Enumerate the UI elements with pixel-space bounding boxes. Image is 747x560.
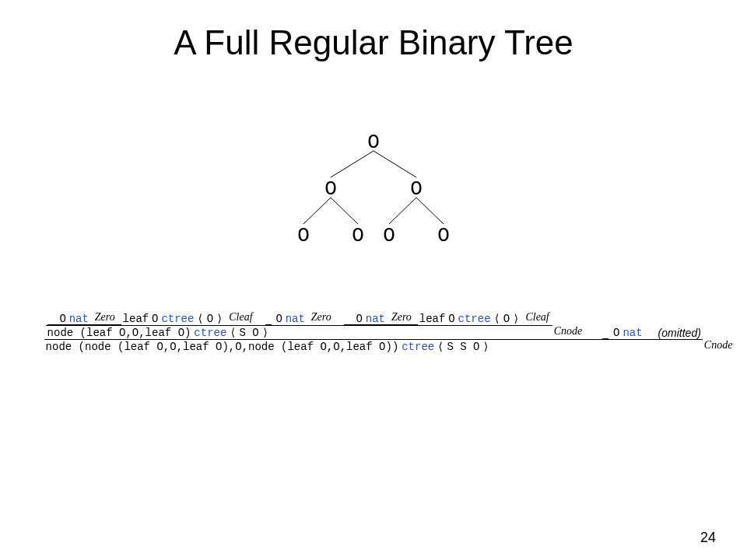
rule-zero: Zero xyxy=(95,311,115,324)
kw-nat: nat xyxy=(69,313,89,325)
svg-line-0 xyxy=(331,151,374,177)
tree-node-ll: O xyxy=(296,224,311,247)
tree-node-rl: O xyxy=(381,224,397,247)
derivation-tree: O nat Zero xyxy=(78,311,700,353)
kw-ctree: ctree xyxy=(161,313,194,325)
svg-line-2 xyxy=(303,198,331,224)
rule-cnode: Cnode xyxy=(554,325,583,338)
tree-node-rr: O xyxy=(436,224,451,247)
final-inner: (node (leaf O,O,leaf O),O,node (leaf O,O… xyxy=(79,341,399,353)
omitted-label: (omitted) xyxy=(658,327,701,339)
binary-tree-diagram: O O O O O O O xyxy=(272,132,475,264)
tree-node-root: O xyxy=(366,131,381,154)
tree-node-lr: O xyxy=(350,224,366,247)
slide-title: A Full Regular Binary Tree xyxy=(0,23,747,62)
txt-leaf: leaf xyxy=(123,313,149,325)
tree-node-r: O xyxy=(409,177,424,201)
rule-cnode-outer: Cnode xyxy=(704,339,733,352)
rule-cleaf: Cleaf xyxy=(229,311,252,324)
rule-cleaf: Cleaf xyxy=(525,311,549,324)
rule-zero: Zero xyxy=(391,311,412,324)
svg-line-5 xyxy=(416,198,444,224)
svg-line-1 xyxy=(374,151,416,177)
txt-O: O xyxy=(59,313,65,325)
svg-line-4 xyxy=(389,198,416,224)
tree-node-l: O xyxy=(323,177,338,201)
slide: A Full Regular Binary Tree O O O O O O O xyxy=(0,0,747,560)
rule-zero: Zero xyxy=(311,311,331,324)
svg-line-3 xyxy=(331,198,358,224)
page-number: 24 xyxy=(700,530,716,546)
